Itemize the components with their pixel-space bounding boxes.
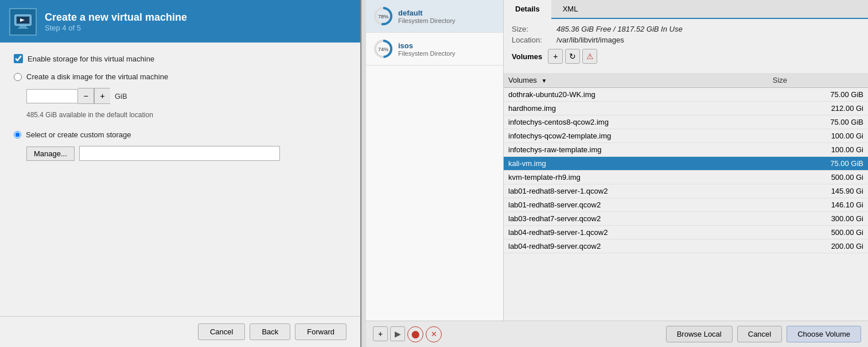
table-row[interactable]: lab01-redhat8-server-1.qcow2 145.90 Gi [504, 184, 868, 198]
location-key: Location: [512, 36, 552, 44]
sort-arrow: ▼ [542, 78, 547, 84]
storage-bottom-bar: + ▶ ⬤ ✕ Browse Local Cancel Choose Volum… [366, 321, 868, 347]
table-row[interactable]: infotechys-qcow2-template.img 100.00 Gi [504, 129, 868, 143]
vol-name: lab01-redhat8-server-1.qcow2 [504, 184, 768, 198]
cancel-button[interactable]: Cancel [198, 323, 245, 340]
choose-volume-button[interactable]: Choose Volume [787, 326, 861, 342]
vol-name: lab04-redhat9-server-1.qcow2 [504, 226, 768, 240]
browse-local-button[interactable]: Browse Local [666, 326, 733, 342]
table-row[interactable]: lab03-redhat7-server.qcow2 300.00 Gi [504, 212, 868, 226]
tab-xml[interactable]: XML [551, 0, 590, 19]
wizard-title-block: Create a new virtual machine Step 4 of 5 [45, 11, 187, 32]
pool-item-isos[interactable]: 74% isos Filesystem Directory [366, 33, 503, 65]
play-button[interactable]: ▶ [390, 326, 405, 341]
manage-input[interactable] [79, 146, 280, 161]
vol-size: 75.00 GiB [768, 88, 868, 102]
svg-text:78%: 78% [378, 14, 388, 20]
vol-size: 200.00 Gi [768, 240, 868, 253]
table-row[interactable]: lab01-redhat8-server.qcow2 146.10 Gi [504, 198, 868, 212]
disk-size-input[interactable]: 20.0 [26, 89, 78, 103]
enable-storage-checkbox[interactable] [14, 54, 23, 63]
pool-item-default[interactable]: 78% default Filesystem Directory [366, 0, 503, 33]
vol-size: 100.00 Gi [768, 129, 868, 143]
vol-name: infotechys-qcow2-template.img [504, 129, 768, 143]
volumes-label: Volumes [512, 52, 542, 61]
vol-size: 300.00 Gi [768, 212, 868, 226]
volumes-container: Volumes ▼ Size dothrak-ubuntu20-WK.img 7… [504, 73, 868, 321]
volumes-tbody: dothrak-ubuntu20-WK.img 75.00 GiB hardho… [504, 88, 868, 253]
wizard-panel: Create a new virtual machine Step 4 of 5… [0, 0, 361, 347]
enable-storage-row: Enable storage for this virtual machine [14, 54, 347, 63]
table-row[interactable]: hardhome.img 212.00 Gi [504, 102, 868, 115]
volumes-thead: Volumes ▼ Size [504, 73, 868, 88]
wizard-vm-icon [9, 8, 37, 36]
storage-browser-panel: 78% default Filesystem Directory 74% iso… [366, 0, 868, 347]
table-row[interactable]: dothrak-ubuntu20-WK.img 75.00 GiB [504, 88, 868, 102]
vol-name: infotechys-centos8-qcow2.img [504, 115, 768, 129]
vol-name: lab03-redhat7-server.qcow2 [504, 212, 768, 226]
storage-top-area: 78% default Filesystem Directory 74% iso… [366, 0, 868, 321]
vol-size: 75.00 GiB [768, 157, 868, 171]
svg-text:74%: 74% [378, 47, 388, 52]
refresh-volume-button[interactable]: ↻ [565, 49, 580, 64]
table-row[interactable]: kvm-template-rh9.img 500.00 Gi [504, 171, 868, 184]
create-disk-radio[interactable] [14, 73, 22, 81]
vol-size: 75.00 GiB [768, 115, 868, 129]
table-row[interactable]: lab04-redhat9-server-1.qcow2 500.00 Gi [504, 226, 868, 240]
wizard-header: Create a new virtual machine Step 4 of 5 [0, 0, 360, 43]
size-row: Size: 485.36 GiB Free / 1817.52 GiB In U… [512, 25, 860, 33]
custom-storage-label: Select or create custom storage [26, 130, 131, 139]
manage-button[interactable]: Manage... [26, 146, 75, 161]
gib-label: GiB [115, 92, 127, 101]
details-panel: Details XML Size: 485.36 GiB Free / 1817… [504, 0, 868, 321]
tab-details[interactable]: Details [504, 0, 551, 19]
col-size[interactable]: Size [768, 73, 868, 88]
stop-button[interactable]: ⬤ [407, 326, 423, 342]
add-volume-button[interactable]: + [548, 49, 563, 64]
pool-type: Filesystem Directory [398, 17, 456, 24]
col-volumes[interactable]: Volumes ▼ [504, 73, 768, 88]
volumes-header-row: Volumes ▼ Size [504, 73, 868, 88]
disk-size-row: 20.0 − + GiB [26, 88, 347, 104]
delete-volume-button[interactable]: ⚠ [582, 49, 597, 64]
vol-size: 500.00 Gi [768, 226, 868, 240]
pool-name: default [398, 9, 456, 17]
create-disk-label: Create a disk image for the virtual mach… [26, 72, 168, 81]
wizard-title: Create a new virtual machine [45, 11, 187, 24]
vol-name: hardhome.img [504, 102, 768, 115]
pool-usage-chart: 74% [373, 38, 394, 59]
table-row[interactable]: infotechys-raw-template.img 100.00 Gi [504, 143, 868, 157]
vol-size: 145.90 Gi [768, 184, 868, 198]
left-scrollbar[interactable] [361, 0, 366, 347]
table-row[interactable]: lab04-redhat9-server.qcow2 200.00 Gi [504, 240, 868, 253]
custom-storage-radio[interactable] [14, 131, 21, 138]
volumes-table: Volumes ▼ Size dothrak-ubuntu20-WK.img 7… [504, 73, 868, 253]
vol-size: 146.10 Gi [768, 198, 868, 212]
wizard-step: Step 4 of 5 [45, 24, 187, 32]
details-content: Size: 485.36 GiB Free / 1817.52 GiB In U… [504, 19, 868, 73]
wizard-footer: Cancel Back Forward [0, 316, 360, 347]
disk-size-increase-button[interactable]: + [94, 88, 110, 104]
svg-rect-3 [20, 26, 26, 28]
vol-size: 100.00 Gi [768, 143, 868, 157]
vol-size: 500.00 Gi [768, 171, 868, 184]
vol-size: 212.00 Gi [768, 102, 868, 115]
custom-storage-row: Select or create custom storage [14, 130, 347, 139]
manage-row: Manage... [26, 146, 347, 161]
bottom-right-buttons: Browse Local Cancel Choose Volume [666, 326, 861, 342]
back-button[interactable]: Back [250, 323, 290, 340]
forward-button[interactable]: Forward [295, 323, 347, 340]
location-value: /var/lib/libvirt/images [556, 36, 624, 44]
vol-name: lab01-redhat8-server.qcow2 [504, 198, 768, 212]
enable-storage-label: Enable storage for this virtual machine [28, 55, 154, 63]
available-text: 485.4 GiB available in the default locat… [26, 111, 347, 119]
table-row[interactable]: kali-vm.img 75.00 GiB [504, 157, 868, 171]
disk-size-decrease-button[interactable]: − [78, 88, 94, 104]
bottom-left-buttons: + ▶ ⬤ ✕ [373, 326, 442, 342]
storage-cancel-button[interactable]: Cancel [737, 326, 782, 342]
remove-pool-button[interactable]: ✕ [426, 326, 442, 342]
add-pool-button[interactable]: + [373, 326, 388, 341]
wizard-body: Enable storage for this virtual machine … [0, 43, 360, 316]
table-row[interactable]: infotechys-centos8-qcow2.img 75.00 GiB [504, 115, 868, 129]
vol-name: kali-vm.img [504, 157, 768, 171]
